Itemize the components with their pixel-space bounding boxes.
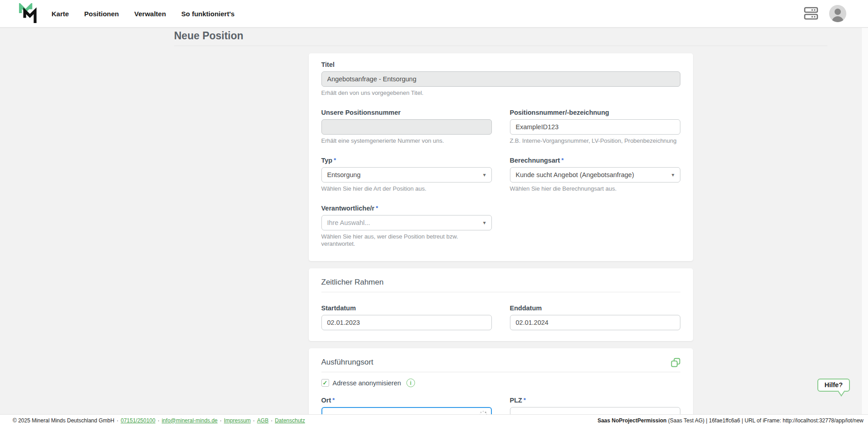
- berechnungsart-select-value: Kunde sucht Angebot (Angebotsanfrage): [516, 171, 634, 178]
- chevron-down-icon: ▾: [671, 172, 674, 178]
- scrollbar[interactable]: [861, 28, 868, 414]
- anonymize-checkbox[interactable]: ✓: [321, 379, 329, 387]
- email-link[interactable]: info@mineral-minds.de: [162, 417, 218, 424]
- top-navigation: Karte Positionen Verwalten So funktionie…: [0, 0, 868, 28]
- tenant-name: Saas NoProjectPermission: [598, 417, 667, 424]
- typ-field: Typ* Entsorgung ▾ Wählen Sie hier die Ar…: [321, 156, 492, 192]
- zeitlicher-rahmen-title: Zeitlicher Rahmen: [321, 277, 384, 287]
- main-area: Neue Position Titel Erhält den von uns v…: [0, 28, 868, 426]
- server-icon[interactable]: [804, 7, 818, 20]
- copy-icon[interactable]: [671, 358, 680, 367]
- datenschutz-link[interactable]: Datenschutz: [275, 417, 305, 424]
- user-avatar[interactable]: [829, 5, 846, 22]
- berechnungsart-select[interactable]: Kunde sucht Angebot (Angebotsanfrage) ▾: [510, 167, 680, 183]
- ausfuehrungsort-header: Ausführungsort: [321, 354, 680, 372]
- titel-help: Erhält den von uns vorgegebenen Titel.: [321, 89, 680, 97]
- separator: ·: [253, 417, 255, 424]
- titel-input: [321, 71, 680, 87]
- verantwortliche-select[interactable]: Ihre Auswahl... ▾: [321, 215, 492, 230]
- info-icon[interactable]: i: [406, 379, 415, 387]
- required-asterisk: *: [334, 157, 336, 164]
- enddatum-field: Enddatum: [510, 304, 680, 330]
- enddatum-label: Enddatum: [510, 304, 680, 312]
- separator: ·: [158, 417, 160, 424]
- checkmark-icon: ✓: [323, 380, 328, 386]
- unsere-positionsnummer-label: Unsere Positionsnummer: [321, 108, 492, 117]
- typ-help: Wählen Sie hier die Art der Position aus…: [321, 185, 492, 192]
- footer-left: © 2025 Mineral Minds Deutschland GmbH · …: [13, 417, 305, 424]
- help-button[interactable]: Hilfe?: [817, 379, 850, 392]
- nav-links: Karte Positionen Verwalten So funktionie…: [52, 10, 235, 18]
- unsere-positionsnummer-field: Unsere Positionsnummer Erhält eine syste…: [321, 108, 492, 145]
- plz-label: PLZ*: [510, 396, 680, 404]
- chevron-down-icon: ▾: [483, 220, 486, 226]
- typ-label: Typ*: [321, 156, 492, 164]
- startdatum-label: Startdatum: [321, 304, 492, 312]
- typ-select-value: Entsorgung: [327, 171, 361, 178]
- avatar-shoulders-icon: [832, 16, 844, 22]
- unsere-positionsnummer-help: Erhält eine systemgenerierte Nummer von …: [321, 137, 492, 145]
- required-asterisk: *: [561, 157, 564, 164]
- enddatum-input[interactable]: [510, 315, 680, 330]
- required-asterisk: *: [332, 397, 335, 403]
- unsere-positionsnummer-input: [321, 119, 492, 135]
- zeitlicher-rahmen-card: Zeitlicher Rahmen Startdatum Enddatum: [309, 268, 693, 341]
- positionsnummer-field: Positionsnummer/-bezeichnung Z.B. Intern…: [510, 108, 680, 145]
- chevron-down-icon: ▾: [483, 172, 486, 178]
- verantwortliche-help: Wählen Sie hier aus, wer diese Position …: [321, 233, 492, 248]
- startdatum-input[interactable]: [321, 315, 492, 330]
- environment-details: (Saas Test AG) | 16fae1ffc6a6 | URL of i…: [666, 417, 863, 424]
- position-details-card: Titel Erhält den von uns vorgegebenen Ti…: [309, 53, 693, 261]
- agb-link[interactable]: AGB: [257, 417, 269, 424]
- startdatum-field: Startdatum: [321, 304, 492, 330]
- date-row: Startdatum Enddatum: [321, 304, 680, 330]
- nav-item-positionen[interactable]: Positionen: [84, 10, 119, 18]
- page-header: Neue Position: [174, 28, 827, 46]
- verantwortliche-field: Verantwortliche/r* Ihre Auswahl... ▾ Wäh…: [321, 204, 492, 248]
- verantwortliche-select-placeholder: Ihre Auswahl...: [327, 219, 370, 226]
- positionsnummer-label: Positionsnummer/-bezeichnung: [510, 108, 680, 117]
- footer: © 2025 Mineral Minds Deutschland GmbH · …: [0, 414, 868, 426]
- typ-select[interactable]: Entsorgung ▾: [321, 167, 492, 183]
- berechnungsart-help: Wählen Sie hier die Berechnungsart aus.: [510, 185, 680, 192]
- impressum-link[interactable]: Impressum: [224, 417, 250, 424]
- titel-field: Titel Erhält den von uns vorgegebenen Ti…: [321, 61, 680, 97]
- zeitlicher-rahmen-header: Zeitlicher Rahmen: [321, 274, 680, 292]
- responsible-row: Verantwortliche/r* Ihre Auswahl... ▾ Wäh…: [321, 204, 680, 248]
- nav-item-karte[interactable]: Karte: [52, 10, 69, 18]
- nav-item-verwalten[interactable]: Verwalten: [134, 10, 166, 18]
- separator: ·: [220, 417, 222, 424]
- positionsnummer-input[interactable]: [510, 119, 680, 135]
- page-title: Neue Position: [174, 30, 827, 41]
- mineral-minds-logo-icon[interactable]: [18, 3, 39, 24]
- number-row: Unsere Positionsnummer Erhält eine syste…: [321, 108, 680, 145]
- required-asterisk: *: [524, 397, 526, 403]
- anonymize-row: ✓ Adresse anonymisieren i: [321, 379, 680, 387]
- separator: ·: [117, 417, 118, 424]
- footer-environment-info: Saas NoProjectPermission (Saas Test AG) …: [598, 417, 863, 424]
- phone-link[interactable]: 07151/250100: [121, 417, 156, 424]
- ort-label: Ort*: [321, 396, 492, 404]
- type-row: Typ* Entsorgung ▾ Wählen Sie hier die Ar…: [321, 156, 680, 192]
- nav-right-icons: [804, 5, 846, 22]
- required-asterisk: *: [376, 205, 378, 211]
- berechnungsart-label: Berechnungsart*: [510, 156, 680, 164]
- copyright-text: © 2025 Mineral Minds Deutschland GmbH: [13, 417, 114, 424]
- titel-label: Titel: [321, 61, 680, 69]
- nav-item-so-funktionierts[interactable]: So funktioniert's: [181, 10, 235, 18]
- ausfuehrungsort-title: Ausführungsort: [321, 357, 373, 367]
- berechnungsart-field: Berechnungsart* Kunde sucht Angebot (Ang…: [510, 156, 680, 192]
- positionsnummer-help: Z.B. Interne-Vorgangsnummer, LV-Position…: [510, 137, 680, 145]
- avatar-head-icon: [835, 9, 841, 15]
- verantwortliche-label: Verantwortliche/r*: [321, 204, 492, 212]
- separator: ·: [271, 417, 273, 424]
- anonymize-label: Adresse anonymisieren: [333, 379, 401, 387]
